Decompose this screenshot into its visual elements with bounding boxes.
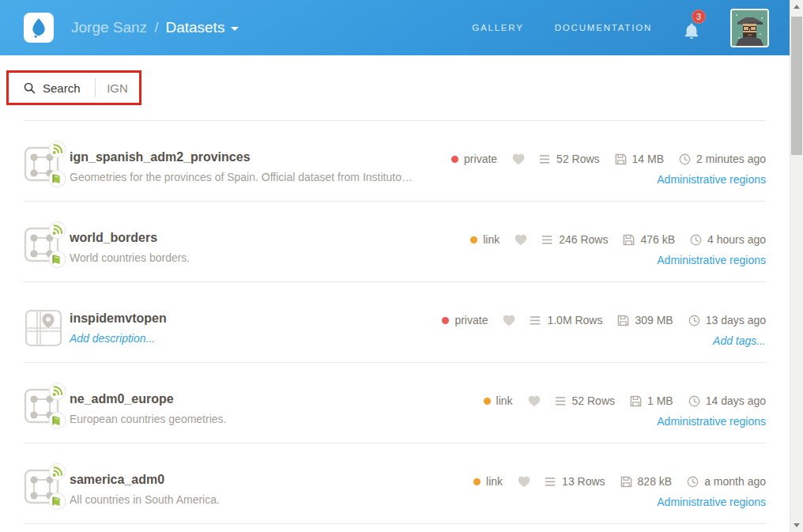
row-count: 1.0M Rows xyxy=(530,314,602,326)
dataset-meta: private 52 Rows 14 MB 2 xyxy=(436,153,766,187)
like-button[interactable] xyxy=(518,476,530,488)
size-label: 1 MB xyxy=(647,394,673,407)
privacy-dot-icon xyxy=(442,317,449,324)
privacy-label: link xyxy=(486,475,503,488)
like-button[interactable] xyxy=(512,153,525,165)
clock-icon xyxy=(687,476,699,488)
avatar-image xyxy=(732,10,767,46)
like-button[interactable] xyxy=(515,234,527,246)
row-count: 52 Rows xyxy=(556,394,615,407)
disk-icon xyxy=(617,315,629,326)
dataset-size: 476 kB xyxy=(623,233,675,246)
dataset-meta: link 246 Rows 476 kB 4 h xyxy=(455,233,766,267)
last-updated: a month ago xyxy=(687,475,766,488)
updated-label: 4 hours ago xyxy=(707,233,766,246)
privacy-status[interactable]: link xyxy=(470,233,500,246)
clock-icon xyxy=(690,234,702,246)
dataset-name[interactable]: inspidemvtopen xyxy=(70,311,167,326)
row-count-label: 52 Rows xyxy=(556,153,599,165)
clock-icon xyxy=(679,153,691,165)
breadcrumb-section-dropdown[interactable]: Datasets xyxy=(165,19,239,36)
privacy-label: private xyxy=(464,153,497,165)
breadcrumb-separator: / xyxy=(154,19,158,36)
privacy-label: private xyxy=(454,314,488,326)
row-count-label: 52 Rows xyxy=(572,394,615,407)
heart-icon xyxy=(528,395,541,407)
search-control: Search IGN xyxy=(9,73,139,103)
search-filter-tag[interactable]: IGN xyxy=(96,81,139,95)
dataset-row[interactable]: samerica_adm0 All countries in South Ame… xyxy=(24,443,766,524)
dataset-name[interactable]: ne_adm0_europe xyxy=(70,392,226,406)
like-button[interactable] xyxy=(503,315,515,326)
dataset-name[interactable]: samerica_adm0 xyxy=(70,473,220,487)
avatar[interactable] xyxy=(730,9,769,47)
dataset-row[interactable]: ne_adm0_europe European countries geomet… xyxy=(24,363,766,443)
add-tags-link[interactable]: Add tags... xyxy=(713,334,766,347)
rows-icon xyxy=(556,396,567,406)
dataset-name[interactable]: world_borders xyxy=(70,231,190,245)
top-header: Jorge Sanz / Datasets GALLERY DOCUMENTAT… xyxy=(0,0,790,55)
heart-icon xyxy=(512,153,525,165)
privacy-status[interactable]: private xyxy=(451,153,497,165)
row-count: 13 Rows xyxy=(545,475,605,488)
dataset-meta: link 52 Rows 1 MB 14 day xyxy=(469,394,766,428)
size-label: 476 kB xyxy=(640,233,675,246)
row-count-label: 1.0M Rows xyxy=(547,314,602,326)
heart-icon xyxy=(503,315,515,326)
disk-icon xyxy=(630,395,642,407)
scroll-up-arrow-icon[interactable] xyxy=(790,0,803,13)
dataset-description: Geometries for the provinces of Spain. O… xyxy=(70,171,413,183)
updated-label: a month ago xyxy=(704,475,766,488)
dataset-info: inspidemvtopen Add description... xyxy=(70,311,167,345)
vertical-scrollbar[interactable] xyxy=(790,0,803,532)
dataset-name[interactable]: ign_spanish_adm2_provinces xyxy=(70,150,413,164)
privacy-status[interactable]: link xyxy=(484,394,513,407)
notification-badge: 3 xyxy=(692,9,706,24)
geometry-dataset-icon xyxy=(24,141,66,188)
search-button[interactable]: Search xyxy=(9,81,95,95)
dataset-list: ign_spanish_adm2_provinces Geometries fo… xyxy=(24,120,766,524)
privacy-dot-icon xyxy=(451,156,458,163)
notifications-button[interactable]: 3 xyxy=(683,16,703,40)
privacy-status[interactable]: link xyxy=(473,475,503,488)
dataset-tag-link[interactable]: Administrative regions xyxy=(657,254,766,266)
dataset-tag-link[interactable]: Administrative regions xyxy=(657,173,766,186)
dataset-meta: private 1.0M Rows 309 MB xyxy=(427,314,766,348)
row-count-label: 13 Rows xyxy=(562,475,605,488)
size-label: 828 kB xyxy=(638,475,673,488)
breadcrumb-user[interactable]: Jorge Sanz xyxy=(71,19,147,36)
geometry-dataset-icon xyxy=(24,463,66,511)
annotation-highlight-box: Search IGN xyxy=(6,70,141,105)
updated-label: 14 days ago xyxy=(706,394,766,407)
updated-label: 2 minutes ago xyxy=(696,153,766,165)
privacy-dot-icon xyxy=(484,398,491,405)
add-description-link[interactable]: Add description... xyxy=(70,332,167,345)
dataset-row[interactable]: inspidemvtopen Add description... privat… xyxy=(24,282,766,363)
bell-icon xyxy=(683,21,700,40)
privacy-status[interactable]: private xyxy=(442,314,488,326)
like-button[interactable] xyxy=(528,395,541,407)
row-count: 246 Rows xyxy=(542,233,608,246)
dataset-tag-link[interactable]: Administrative regions xyxy=(657,496,766,508)
search-icon xyxy=(24,82,36,94)
last-updated: 2 minutes ago xyxy=(679,153,766,165)
dataset-description: European countries geometries. xyxy=(70,413,226,425)
nav-documentation[interactable]: DOCUMENTATION xyxy=(555,23,652,32)
privacy-dot-icon xyxy=(473,478,481,485)
scrollbar-thumb[interactable] xyxy=(791,17,802,155)
dataset-row[interactable]: world_borders World countries borders. l… xyxy=(24,202,766,282)
heart-icon xyxy=(518,476,530,488)
chevron-down-icon xyxy=(231,27,239,31)
disk-icon xyxy=(615,153,627,165)
nav-gallery[interactable]: GALLERY xyxy=(472,23,523,32)
geometry-dataset-icon xyxy=(24,221,66,269)
carto-logo[interactable] xyxy=(24,13,54,43)
row-count-label: 246 Rows xyxy=(559,233,608,246)
updated-label: 13 days ago xyxy=(706,314,766,326)
dataset-info: ne_adm0_europe European countries geomet… xyxy=(70,392,226,425)
dataset-row[interactable]: ign_spanish_adm2_provinces Geometries fo… xyxy=(24,121,766,202)
dataset-size: 1 MB xyxy=(630,394,673,407)
rows-icon xyxy=(542,235,553,245)
scroll-down-arrow-icon[interactable] xyxy=(790,519,803,532)
dataset-tag-link[interactable]: Administrative regions xyxy=(657,415,766,428)
